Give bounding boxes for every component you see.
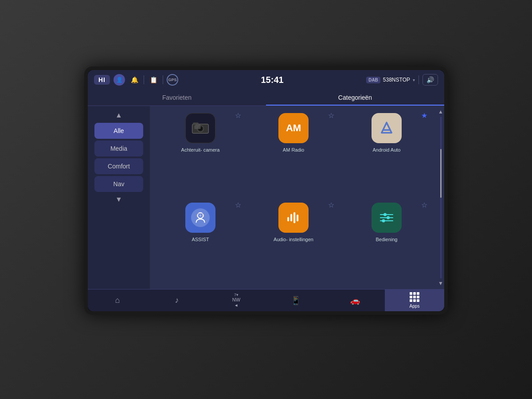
assist-svg (193, 211, 207, 225)
app-cell-audio-instellingen: ☆ Audio- instellingen (249, 200, 338, 285)
camera-svg-icon (192, 121, 209, 135)
apps-grid: ☆ (156, 110, 431, 285)
divider-1 (144, 75, 144, 84)
nav-car[interactable]: 🚗 (325, 293, 385, 308)
bottom-nav-bar: ⌂ ♪ 7▾ NW ◂ 📱 🚗 (88, 289, 444, 311)
sidebar-down-arrow[interactable]: ▼ (113, 194, 124, 205)
star-audio-instellingen[interactable]: ☆ (328, 201, 334, 209)
sidebar-item-nav[interactable]: Nav (94, 176, 143, 192)
nav-apps[interactable]: Apps (385, 289, 444, 311)
scroll-track (440, 117, 442, 278)
bediening-svg (377, 208, 396, 227)
svg-point-20 (382, 219, 385, 222)
star-assist[interactable]: ☆ (235, 201, 241, 209)
svg-rect-7 (377, 119, 396, 137)
app-icon-achteruitcamera[interactable] (185, 113, 215, 143)
category-sidebar: ▲ Alle Media Comfort Nav ▼ (88, 106, 150, 289)
main-content: ▲ Alle Media Comfort Nav ▼ (88, 106, 444, 289)
top-bar: HI 👤 🔔 📋 GPS 15:41 DAB 538NSTOP ▾ 🔊 (88, 70, 444, 90)
svg-rect-5 (194, 125, 200, 129)
time-display: 15:41 (182, 75, 363, 85)
nav-home[interactable]: ⌂ (88, 293, 147, 308)
car-icon: 🚗 (350, 296, 360, 305)
svg-point-10 (200, 214, 202, 216)
divider-3 (419, 75, 419, 84)
tab-favorieten[interactable]: Favorieten (88, 90, 266, 106)
sidebar-item-alle[interactable]: Alle (94, 123, 143, 139)
app-label-bediening: Bediening (376, 236, 398, 243)
compass-nw: NW (232, 297, 240, 302)
app-icon-assist[interactable] (185, 203, 215, 233)
star-android-auto[interactable]: ★ (421, 111, 427, 120)
android-auto-svg (377, 119, 396, 137)
screen-content: HI 👤 🔔 📋 GPS 15:41 DAB 538NSTOP ▾ 🔊 Favo… (88, 70, 444, 311)
am-radio-text: AM (286, 122, 301, 134)
apps-area: ☆ (150, 106, 437, 289)
hi-badge: HI (94, 75, 110, 85)
speaker-icon[interactable]: 🔊 (422, 74, 438, 86)
scroll-up-arrow[interactable]: ▲ (438, 109, 443, 115)
music-icon: ♪ (175, 296, 179, 305)
app-icon-bediening[interactable] (372, 203, 402, 233)
scroll-thumb (440, 149, 442, 198)
radio-info[interactable]: DAB 538NSTOP ▾ (366, 77, 415, 83)
signal-bars: 7▾ (234, 293, 239, 297)
app-label-android-auto: Android Auto (373, 147, 401, 153)
nav-phone[interactable]: 📱 (266, 293, 325, 308)
star-am-radio[interactable]: ☆ (328, 111, 334, 120)
svg-rect-11 (287, 217, 289, 221)
svg-rect-12 (290, 214, 292, 221)
star-achteruitcamera[interactable]: ☆ (235, 111, 241, 120)
app-label-achteruitcamera: Achteruit- camera (181, 147, 220, 153)
app-icon-android-auto[interactable] (372, 113, 402, 143)
compass-arrow: ◂ (235, 302, 238, 308)
divider-2 (163, 75, 163, 84)
app-icon-audio-instellingen[interactable] (278, 203, 309, 233)
radio-chevron-icon: ▾ (413, 78, 415, 82)
tabs-row: Favorieten Categorieën (88, 90, 444, 106)
sidebar-up-arrow[interactable]: ▲ (113, 110, 124, 121)
app-icon-am-radio[interactable]: AM (278, 113, 309, 143)
app-cell-achteruitcamera: ☆ (156, 110, 245, 196)
dab-badge: DAB (366, 77, 380, 83)
svg-marker-6 (195, 125, 201, 125)
phone-nav-icon: 📱 (291, 296, 301, 305)
radio-name: 538NSTOP (383, 77, 410, 83)
infotainment-screen: HI 👤 🔔 📋 GPS 15:41 DAB 538NSTOP ▾ 🔊 Favo… (84, 66, 448, 315)
nav-music[interactable]: ♪ (147, 293, 207, 308)
app-label-assist: ASSIST (192, 236, 209, 243)
audio-svg (284, 208, 303, 227)
svg-rect-14 (297, 215, 298, 221)
sidebar-item-media[interactable]: Media (94, 141, 143, 156)
app-label-audio-instellingen: Audio- instellingen (274, 236, 313, 243)
star-bediening[interactable]: ☆ (421, 201, 427, 209)
nav-compass[interactable]: 7▾ NW ◂ (207, 290, 266, 311)
apps-label: Apps (410, 304, 420, 309)
gps-icon[interactable]: GPS (167, 74, 178, 86)
scroll-bar: ▲ ▼ (437, 106, 444, 289)
home-icon: ⌂ (115, 296, 120, 305)
app-cell-am-radio: ☆ AM AM Radio (249, 110, 338, 196)
svg-point-19 (387, 216, 390, 219)
assist-inner-icon (191, 208, 210, 227)
scroll-down-arrow[interactable]: ▼ (438, 280, 443, 286)
svg-point-18 (383, 213, 387, 216)
app-cell-android-auto: ★ Android Auto (342, 110, 431, 196)
compass-area: 7▾ NW ◂ (232, 293, 240, 308)
profile-icon[interactable]: 👤 (113, 74, 125, 86)
app-cell-assist: ☆ A (156, 200, 245, 285)
app-label-am-radio: AM Radio (283, 147, 304, 153)
apps-grid-icon (410, 292, 419, 302)
phone-icon[interactable]: 📋 (148, 74, 159, 86)
app-cell-bediening: ☆ Bediening (342, 200, 431, 285)
svg-rect-13 (293, 212, 295, 223)
sidebar-item-comfort[interactable]: Comfort (94, 158, 143, 174)
bell-icon[interactable]: 🔔 (129, 74, 140, 86)
tab-categorieen[interactable]: Categorieën (266, 90, 444, 106)
